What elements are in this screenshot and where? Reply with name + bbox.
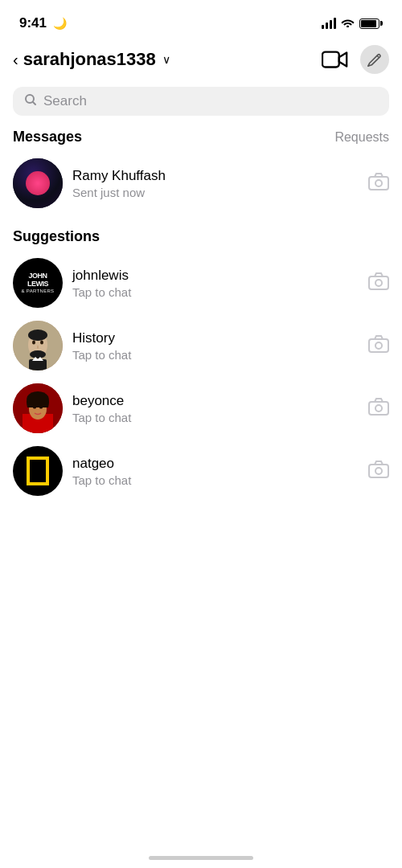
item-name-natgeo: natgeo [72,456,368,472]
requests-link[interactable]: Requests [334,130,389,145]
camera-icon-beyonce[interactable] [368,398,389,419]
item-name-ramy: Ramy Khuffash [72,168,368,184]
wifi-icon [341,16,355,31]
avatar-beyonce [13,383,63,433]
avatar-ramy [13,158,63,208]
svg-point-5 [375,280,382,286]
search-container: Search [0,82,402,125]
item-sub-beyonce: Tap to chat [72,411,368,424]
item-info-johnlewis: johnlewis Tap to chat [72,268,368,299]
svg-rect-9 [29,359,47,371]
search-bar[interactable]: Search [13,87,389,116]
battery-icon [359,18,383,29]
search-icon [24,93,37,109]
john-lewis-text: JOHNLEWIS [27,272,48,289]
suggestions-section-title: Suggestions [13,228,100,245]
avatar-history [13,321,63,371]
item-sub-history: Tap to chat [72,348,368,362]
suggestion-item-natgeo[interactable]: natgeo Tap to chat [0,440,402,502]
home-indicator [149,856,253,860]
lincoln-portrait [13,321,63,371]
svg-rect-13 [369,339,388,352]
messages-section-title: Messages [13,129,82,145]
item-sub-johnlewis: Tap to chat [72,285,368,299]
back-button[interactable]: ‹ [13,51,18,69]
messages-section-header: Messages Requests [0,125,402,152]
dropdown-arrow-icon[interactable]: ∨ [162,53,170,66]
natgeo-rect [27,457,49,485]
camera-icon-history[interactable] [368,335,389,356]
item-info-natgeo: natgeo Tap to chat [72,456,368,487]
svg-rect-4 [369,276,388,289]
username-title: sarahjonas1338 [23,49,156,70]
svg-rect-23 [369,465,388,477]
suggestion-item-johnlewis[interactable]: JOHNLEWIS & PARTNERS johnlewis Tap to ch… [0,252,402,314]
signal-icon [322,18,336,29]
beyonce-portrait [13,383,63,433]
item-sub-natgeo: Tap to chat [72,473,368,487]
status-icons [322,16,383,31]
item-name-history: History [72,330,368,346]
suggestions-section-header: Suggestions [0,225,402,252]
avatar-natgeo [13,446,63,496]
moon-icon: 🌙 [53,17,67,30]
svg-point-22 [375,405,382,411]
status-bar: 9:41 🌙 [0,0,402,40]
section-divider [0,219,402,220]
svg-point-19 [33,407,36,409]
john-lewis-sub: & PARTNERS [22,289,55,293]
svg-point-8 [28,330,47,341]
suggestion-item-beyonce[interactable]: beyonce Tap to chat [0,377,402,440]
svg-rect-21 [369,402,388,415]
nav-left: ‹ sarahjonas1338 ∨ [13,49,170,70]
svg-point-12 [30,350,46,358]
video-call-button[interactable] [322,49,349,70]
svg-rect-2 [369,177,388,190]
compose-button[interactable] [360,45,389,74]
svg-point-3 [375,180,382,186]
svg-point-10 [32,341,35,345]
camera-icon-ramy[interactable] [368,173,389,194]
item-info-ramy: Ramy Khuffash Sent just now [72,168,368,199]
camera-icon-johnlewis[interactable] [368,272,389,293]
suggestion-item-history[interactable]: History Tap to chat [0,314,402,377]
message-item-ramy[interactable]: Ramy Khuffash Sent just now [0,152,402,215]
item-info-beyonce: beyonce Tap to chat [72,393,368,424]
svg-point-24 [375,468,382,474]
svg-point-14 [375,342,382,349]
camera-icon-natgeo[interactable] [368,461,389,481]
nav-header: ‹ sarahjonas1338 ∨ [0,40,402,82]
avatar-johnlewis: JOHNLEWIS & PARTNERS [13,258,63,308]
svg-point-11 [40,341,43,345]
svg-point-20 [39,407,43,409]
item-name-johnlewis: johnlewis [72,268,368,284]
item-name-beyonce: beyonce [72,393,368,409]
svg-rect-0 [322,52,339,68]
nav-right [322,45,389,74]
item-sub-ramy: Sent just now [72,186,368,199]
item-info-history: History Tap to chat [72,330,368,362]
search-placeholder: Search [43,93,87,109]
status-time: 9:41 [19,15,47,31]
